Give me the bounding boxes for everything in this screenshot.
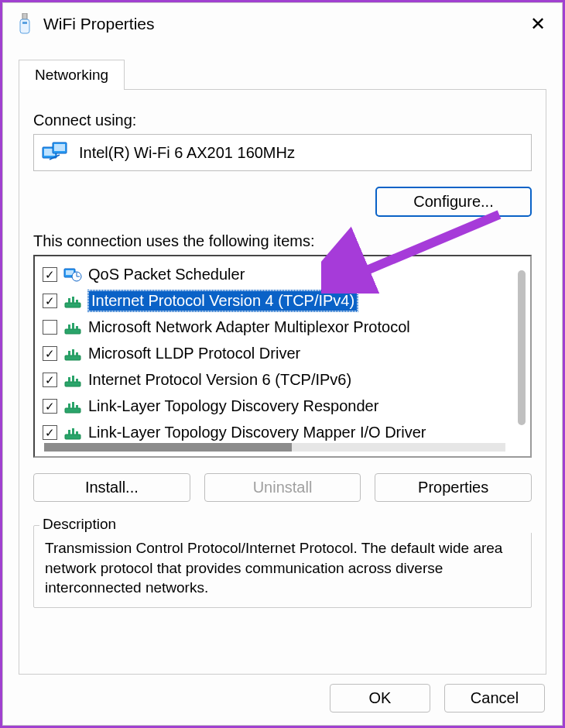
svg-rect-21 (65, 355, 80, 360)
adapter-dongle-icon (14, 11, 36, 37)
cancel-button[interactable]: Cancel (444, 684, 545, 713)
items-label: This connection uses the following items… (33, 232, 532, 250)
svg-rect-27 (72, 376, 74, 382)
tabbar: Networking (19, 54, 546, 90)
protocol-buttons-row: Install... Uninstall Properties (33, 473, 532, 502)
description-label: Description (39, 516, 532, 533)
svg-rect-16 (76, 300, 78, 303)
protocol-row[interactable]: Link-Layer Topology Discovery Responder (41, 393, 524, 419)
protocol-row[interactable]: Link-Layer Topology Discovery Mapper I/O… (41, 419, 524, 441)
protocol-checkbox[interactable] (43, 267, 57, 282)
vertical-scrollbar[interactable] (518, 270, 526, 425)
window-title: WiFi Properties (43, 15, 520, 33)
protocol-checkbox[interactable] (43, 373, 57, 387)
protocol-row[interactable]: Microsoft Network Adapter Multiplexor Pr… (41, 314, 524, 340)
protocol-icon (63, 397, 82, 414)
dialog-content: Networking Connect using: Intel(R) Wi-Fi… (3, 45, 562, 725)
svg-rect-32 (76, 405, 78, 408)
svg-rect-13 (65, 303, 80, 307)
svg-rect-26 (68, 377, 70, 382)
svg-rect-6 (54, 144, 65, 151)
protocol-icon (63, 292, 82, 309)
protocol-icon (63, 318, 82, 335)
protocol-label: Microsoft Network Adapter Multiplexor Pr… (88, 318, 410, 336)
svg-rect-22 (68, 351, 70, 355)
tab-networking[interactable]: Networking (19, 60, 125, 90)
dialog-buttons-row: OK Cancel (19, 675, 546, 713)
svg-rect-28 (76, 379, 78, 382)
adapter-name: Intel(R) Wi-Fi 6 AX201 160MHz (79, 144, 295, 162)
svg-rect-17 (65, 329, 80, 334)
description-box: Transmission Control Protocol/Internet P… (33, 525, 532, 608)
wifi-properties-window: WiFi Properties ✕ Networking Connect usi… (2, 2, 563, 726)
protocols-listbox[interactable]: QoS Packet SchedulerInternet Protocol Ve… (33, 255, 532, 458)
svg-rect-15 (72, 297, 74, 303)
protocol-icon (63, 424, 82, 441)
svg-rect-35 (72, 428, 74, 434)
protocol-label: Link-Layer Topology Discovery Mapper I/O… (88, 424, 426, 441)
protocol-checkbox[interactable] (43, 425, 57, 440)
titlebar: WiFi Properties ✕ (3, 3, 562, 45)
svg-rect-24 (76, 352, 78, 355)
tab-panel: Connect using: Intel(R) Wi-Fi 6 AX201 16… (19, 90, 546, 675)
protocol-row[interactable]: Internet Protocol Version 6 (TCP/IPv6) (41, 366, 524, 393)
horizontal-scrollbar[interactable] (44, 443, 505, 452)
protocol-icon (63, 371, 82, 388)
protocol-row[interactable]: QoS Packet Scheduler (41, 261, 524, 287)
protocol-label: Link-Layer Topology Discovery Responder (88, 397, 378, 415)
protocol-checkbox[interactable] (43, 294, 57, 308)
svg-rect-34 (68, 430, 70, 434)
svg-rect-1 (20, 19, 29, 33)
properties-button[interactable]: Properties (375, 473, 532, 502)
network-adapter-icon (42, 141, 70, 164)
svg-rect-23 (72, 349, 74, 355)
protocol-label: Microsoft LLDP Protocol Driver (88, 345, 300, 362)
connect-using-label: Connect using: (33, 112, 532, 129)
svg-rect-18 (68, 325, 70, 329)
svg-rect-25 (65, 382, 80, 386)
install-button[interactable]: Install... (33, 473, 190, 502)
adapter-box: Intel(R) Wi-Fi 6 AX201 160MHz (33, 134, 532, 171)
svg-rect-36 (76, 431, 78, 434)
svg-rect-2 (22, 22, 27, 24)
protocol-row[interactable]: Microsoft LLDP Protocol Driver (41, 340, 524, 366)
protocol-row[interactable]: Internet Protocol Version 4 (TCP/IPv4) (41, 287, 524, 314)
protocol-label: QoS Packet Scheduler (88, 266, 245, 283)
uninstall-button: Uninstall (204, 473, 361, 502)
protocol-icon (63, 345, 82, 362)
protocol-label: Internet Protocol Version 4 (TCP/IPv4) (88, 290, 358, 311)
svg-rect-33 (65, 434, 80, 439)
configure-button[interactable]: Configure... (375, 187, 532, 217)
svg-rect-19 (72, 323, 74, 329)
svg-rect-0 (22, 13, 27, 19)
protocol-checkbox[interactable] (43, 346, 57, 361)
protocol-label: Internet Protocol Version 6 (TCP/IPv6) (88, 371, 351, 389)
qos-icon (63, 266, 82, 283)
svg-rect-14 (68, 298, 70, 303)
svg-rect-30 (68, 403, 70, 408)
close-button[interactable]: ✕ (520, 6, 556, 42)
close-icon: ✕ (530, 15, 546, 33)
protocol-checkbox[interactable] (43, 320, 57, 335)
svg-rect-29 (65, 408, 80, 413)
svg-rect-31 (72, 402, 74, 408)
ok-button[interactable]: OK (330, 684, 430, 713)
svg-rect-20 (76, 326, 78, 329)
protocol-checkbox[interactable] (43, 399, 57, 414)
